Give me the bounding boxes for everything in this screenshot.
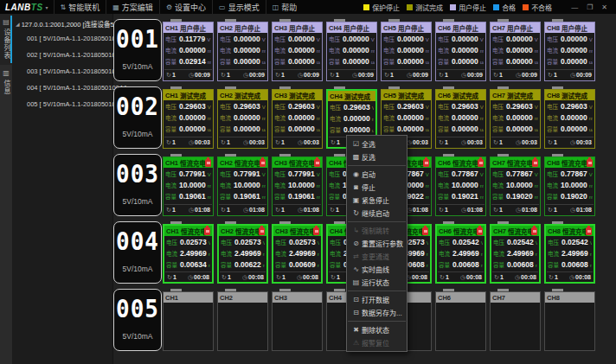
- menu-item[interactable]: ⇅智能联机: [54, 0, 106, 14]
- channel-card-box[interactable]: CH3恒流充电电压0.02573V电流2.49969mA容量0.00609mAh…: [272, 224, 323, 284]
- channel-card-box[interactable]: CH7恒流充电电压0.02542V电流2.49969mA容量0.00608mAh…: [490, 224, 541, 284]
- channel-card[interactable]: CH6恒流充电电压0.02542V电流2.49969mA容量0.00608mAh…: [435, 221, 486, 284]
- channel-card-box[interactable]: CH1: [163, 291, 214, 351]
- device-card[interactable]: 0035V/10mA: [113, 154, 162, 216]
- channel-card[interactable]: CH1恒流充电电压0.77991V电流10.0000mA容量0.19061mAh…: [163, 154, 214, 216]
- channel-card[interactable]: CH1用户停止电压0.11779V电流0.00000mA容量0.02914mAh…: [163, 19, 214, 81]
- channel-card[interactable]: CH3测试完成电压0.29603V电流0.00000mA容量0.00000uAh…: [272, 86, 323, 149]
- tree-expand-icon[interactable]: ◢: [16, 21, 20, 27]
- close-icon[interactable]: ✕: [601, 3, 607, 11]
- channel-card-box[interactable]: CH1恒流充电电压0.02573V电流2.49969mA容量0.00634mAh…: [163, 224, 214, 284]
- device-card[interactable]: 0025V/10mA: [113, 86, 162, 149]
- context-menu-item[interactable]: ◉启动: [347, 168, 407, 181]
- device-card[interactable]: 0015V/10mA: [113, 19, 162, 81]
- channel-card[interactable]: CH2: [217, 289, 268, 351]
- tree-device-item[interactable]: 001 [ 5V/10mA-1.1-20180501001 ]: [27, 35, 112, 42]
- channel-card[interactable]: CH7: [490, 289, 541, 351]
- channel-card[interactable]: CH2恒流充电电压0.02573V电流2.49969mA容量0.00622mAh…: [217, 221, 268, 284]
- channel-card[interactable]: CH3恒流充电电压0.02573V电流2.49969mA容量0.00609mAh…: [272, 221, 323, 284]
- channel-card-box[interactable]: CH1用户停止电压0.11779V电流0.00000mA容量0.02914mAh…: [163, 22, 214, 81]
- tree-device-item[interactable]: 003 [ 5V/10mA-1.1-20180501003 ]: [27, 67, 112, 75]
- channel-card[interactable]: CH8测试完成电压0.29603V电流0.00000mA容量0.00000uAh…: [544, 86, 595, 149]
- channel-card[interactable]: CH8恒流充电电压0.77867V电流10.0000mA容量0.19020mAh…: [544, 154, 595, 216]
- channel-card[interactable]: CH8: [544, 289, 595, 351]
- channel-card[interactable]: CH1恒流充电电压0.02573V电流2.49969mA容量0.00634mAh…: [163, 221, 214, 284]
- channel-card-box[interactable]: CH7: [490, 291, 541, 351]
- channel-card-box[interactable]: CH2测试完成电压0.29603V电流0.00000mA容量0.00000uAh…: [217, 89, 268, 149]
- menu-item[interactable]: ▭显示模式: [212, 0, 266, 14]
- channel-card[interactable]: CH8恒流充电电压0.02542V电流2.49969mA容量0.00608mAh…: [544, 221, 595, 284]
- device-card[interactable]: 0055V/10mA: [113, 289, 162, 351]
- channel-card-box[interactable]: CH8恒流充电电压0.02542V电流2.49969mA容量0.00608mAh…: [544, 224, 595, 284]
- logo-caret-icon[interactable]: ▾: [46, 4, 48, 10]
- channel-card[interactable]: CH3恒流充电电压0.77991V电流10.0000mA容量0.19061mAh…: [272, 154, 323, 216]
- channel-card-box[interactable]: CH6: [435, 291, 486, 351]
- channel-card-box[interactable]: CH8测试完成电压0.29603V电流0.00000mA容量0.00000uAh…: [544, 89, 595, 149]
- context-menu-item[interactable]: ⊟数据另存为...: [347, 306, 407, 319]
- device-tree-root[interactable]: ◢ 127.0.0.1:2001,2000 [连接设备5 台]: [16, 19, 111, 29]
- channel-card-box[interactable]: CH2用户停止电压0.00000V电流0.00000mA容量0.00000uAh…: [217, 22, 268, 81]
- device-card[interactable]: 0045V/10mA: [113, 221, 162, 284]
- channel-card-box[interactable]: CH3恒流充电电压0.77991V电流10.0000mA容量0.19061mAh…: [272, 156, 323, 216]
- channel-card-box[interactable]: CH6恒流充电电压0.77867V电流10.0000mA容量0.19021mAh…: [435, 156, 486, 216]
- channel-card[interactable]: CH2用户停止电压0.00000V电流0.00000mA容量0.00000uAh…: [217, 19, 268, 81]
- channel-card[interactable]: CH6用户停止电压0.00000V电流0.00000mA容量0.00000uAh…: [435, 19, 486, 81]
- context-menu-item[interactable]: ▩反选: [347, 150, 407, 163]
- channel-card-box[interactable]: CH1恒流充电电压0.77991V电流10.0000mA容量0.19061mAh…: [163, 156, 214, 216]
- channel-card-box[interactable]: CH1测试完成电压0.29603V电流0.00000mA容量0.00000uAh…: [163, 89, 214, 149]
- minimize-icon[interactable]: —: [571, 3, 578, 11]
- channel-card[interactable]: CH2测试完成电压0.29603V电流0.00000mA容量0.00000uAh…: [217, 86, 268, 149]
- channel-card[interactable]: CH6测试完成电压0.29603V电流0.00000mA容量0.00000uAh…: [435, 86, 486, 149]
- side-tab[interactable]: ▥信息: [0, 65, 12, 100]
- channel-card-box[interactable]: CH3用户停止电压0.00000V电流0.00000mA容量0.00000uAh…: [272, 22, 323, 81]
- channel-card-box[interactable]: CH8: [544, 291, 595, 351]
- channel-card-box[interactable]: CH2: [217, 291, 268, 351]
- channel-card-box[interactable]: CH7恒流充电电压0.77867V电流10.0000mA容量0.19020mAh…: [490, 156, 541, 216]
- channel-card-box[interactable]: CH4用户停止电压0.00000V电流0.00000mA容量0.00000uAh…: [326, 22, 377, 81]
- context-menu-item[interactable]: ✖删除状态: [347, 323, 407, 336]
- channel-card-box[interactable]: CH6用户停止电压0.00000V电流0.00000mA容量0.00000uAh…: [435, 22, 486, 81]
- elapsed-time-value: 00:09: [413, 72, 428, 78]
- maximize-icon[interactable]: ❐: [587, 3, 593, 11]
- channel-card[interactable]: CH8用户停止电压0.00000V电流0.00000mA容量0.00000uAh…: [544, 19, 595, 81]
- channel-card-box[interactable]: CH7测试完成电压0.29603V电流0.00000mA容量0.00000uAh…: [490, 89, 541, 149]
- channel-card[interactable]: CH3用户停止电压0.00000V电流0.00000mA容量0.00000uAh…: [272, 19, 323, 81]
- channel-card-box[interactable]: CH3: [272, 291, 323, 351]
- context-menu-item[interactable]: ∿实时曲线: [347, 263, 407, 276]
- tree-device-item[interactable]: 002 [ 5V/10mA-1.1-20180501002 ]: [27, 51, 112, 59]
- channel-card[interactable]: CH2恒流充电电压0.77991V电流10.0000mA容量0.19061mAh…: [217, 154, 268, 216]
- context-menu-item[interactable]: ▤运行状态: [347, 276, 407, 289]
- channel-card[interactable]: CH6: [435, 289, 486, 351]
- channel-card[interactable]: CH7恒流充电电压0.77867V电流10.0000mA容量0.19020mAh…: [490, 154, 541, 216]
- channel-card[interactable]: CH7用户停止电压0.00000V电流0.00000mA容量0.00000uAh…: [490, 19, 541, 81]
- channel-card[interactable]: CH5用户停止电压0.00000V电流0.00000mA容量0.00000uAh…: [381, 19, 432, 81]
- channel-card-box[interactable]: CH6测试完成电压0.29603V电流0.00000mA容量0.00000uAh…: [435, 89, 486, 149]
- channel-card-box[interactable]: CH6恒流充电电压0.02542V电流2.49969mA容量0.00608mAh…: [435, 224, 486, 284]
- channel-card[interactable]: CH1测试完成电压0.29603V电流0.00000mA容量0.00000uAh…: [163, 86, 214, 149]
- channel-card[interactable]: CH3: [272, 289, 323, 351]
- context-menu-item[interactable]: ⊡打开数据: [347, 293, 407, 306]
- channel-card[interactable]: CH6恒流充电电压0.77867V电流10.0000mA容量0.19021mAh…: [435, 154, 486, 216]
- channel-card[interactable]: CH1: [163, 289, 214, 351]
- context-menu-item[interactable]: ▣紧急停止: [347, 194, 407, 207]
- context-menu-item[interactable]: ◙停止: [347, 181, 407, 194]
- menu-item[interactable]: ◫帮助: [266, 0, 304, 14]
- channel-card-box[interactable]: CH3测试完成电压0.29603V电流0.00000mA容量0.00000uAh…: [272, 89, 323, 149]
- menu-item[interactable]: ⚙设置中心: [159, 0, 212, 14]
- channel-card-box[interactable]: CH2恒流充电电压0.77991V电流10.0000mA容量0.19061mAh…: [217, 156, 268, 216]
- context-menu-item[interactable]: ☑全选: [347, 137, 407, 150]
- context-menu-item[interactable]: ↻继续启动: [347, 207, 407, 220]
- side-tab[interactable]: ▤设备列表: [0, 14, 12, 65]
- context-menu-item[interactable]: ⊘重置运行参数: [347, 237, 407, 250]
- tree-device-item[interactable]: 004 [ 5V/10mA-1.1-20180501004 ]: [27, 84, 112, 92]
- channel-card-box[interactable]: CH8恒流充电电压0.77867V电流10.0000mA容量0.19020mAh…: [544, 156, 595, 216]
- tree-device-item[interactable]: 005 [ 5V/10mA-1.1-20180501005 ]: [27, 100, 112, 108]
- channel-card-box[interactable]: CH2恒流充电电压0.02573V电流2.49969mA容量0.00622mAh…: [217, 224, 268, 284]
- channel-card[interactable]: CH7恒流充电电压0.02542V电流2.49969mA容量0.00608mAh…: [490, 221, 541, 284]
- channel-card[interactable]: CH7测试完成电压0.29603V电流0.00000mA容量0.00000uAh…: [490, 86, 541, 149]
- channel-card-box[interactable]: CH7用户停止电压0.00000V电流0.00000mA容量0.00000uAh…: [490, 22, 541, 81]
- channel-card[interactable]: CH4用户停止电压0.00000V电流0.00000mA容量0.00000uAh…: [326, 19, 377, 81]
- channel-card-box[interactable]: CH5用户停止电压0.00000V电流0.00000mA容量0.00000uAh…: [381, 22, 432, 81]
- channel-card-box[interactable]: CH8用户停止电压0.00000V电流0.00000mA容量0.00000uAh…: [544, 22, 595, 81]
- menu-item[interactable]: ▦方案编辑: [106, 0, 159, 14]
